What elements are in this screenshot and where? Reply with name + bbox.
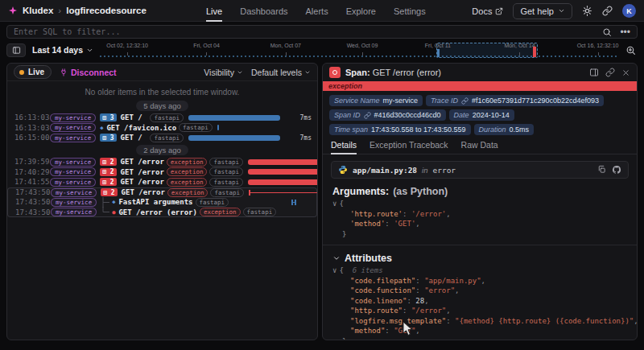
nav-tab-explore[interactable]: Explore	[346, 0, 376, 22]
detail-tabs: DetailsException TracebackRaw Data	[323, 138, 637, 154]
service-pill: my-service	[50, 158, 96, 167]
row-timestamp: 16:15:00	[14, 134, 50, 142]
span-children-badge[interactable]: ⊞ 2	[100, 168, 116, 176]
row-timestamp: 17:43:50	[15, 198, 51, 206]
github-icon[interactable]	[612, 165, 621, 175]
span-children-badge[interactable]: ⊞ 2	[100, 178, 116, 186]
code-value: "{method} {http.route} ({code.function})…	[455, 317, 634, 325]
list-item[interactable]: 17:43:50my-service⊞ 2GET /errorexception…	[7, 187, 317, 198]
sql-filter-input[interactable]	[14, 27, 594, 36]
span-error-icon	[329, 67, 341, 78]
list-item[interactable]: 17:43:50my-service●GET /error (error)exc…	[7, 208, 317, 218]
code-line: "http.route": "/error",	[332, 306, 627, 316]
collapse-chevron-icon[interactable]: ∨	[332, 199, 336, 209]
duration-bar-track	[188, 115, 285, 121]
meta-value: #f1c60e57391d771c290c0b22cd4ef093	[472, 97, 599, 105]
row-timestamp: 17:39:59	[14, 158, 50, 166]
tab-raw-data[interactable]: Raw Data	[461, 138, 498, 154]
code-value: '/error'	[411, 210, 446, 218]
nav-tab-alerts[interactable]: Alerts	[306, 0, 328, 22]
code-value: 28	[415, 297, 424, 305]
row-title: GET /favicon.ico	[106, 124, 176, 132]
get-help-button[interactable]: Get help	[513, 3, 572, 19]
sidebar-toggle-button[interactable]	[6, 43, 26, 57]
code-line: "code.filepath": "app/main.py",	[332, 276, 627, 286]
list-item[interactable]: 17:41:55my-service⊞ 2GET /errorexception…	[7, 177, 317, 187]
span-title: Span: GET /error (error)	[345, 68, 441, 77]
log-diamond-icon: ◆	[112, 199, 115, 205]
list-item[interactable]: 16:13:03my-service◆GET /favicon.icofasta…	[7, 123, 317, 134]
close-icon[interactable]	[621, 68, 630, 77]
timeline-tick-label: Oct 16, 12:32:10	[577, 43, 619, 48]
chevron-down-icon	[237, 69, 243, 76]
timeline[interactable]: Oct 02, 12:32:10Fri, Oct 04Mon, Oct 07We…	[100, 42, 617, 58]
row-timestamp: 17:43:50	[15, 208, 51, 216]
time-range-bar: Last 14 days Oct 02, 12:32:10Fri, Oct 04…	[6, 42, 638, 58]
span-children-badge[interactable]: ⊞ 2	[101, 188, 117, 196]
meta-pill-trace-id: Trace ID#f1c60e57391d771c290c0b22cd4ef09…	[426, 95, 604, 106]
duration-bar-track	[249, 190, 318, 196]
breadcrumb-org[interactable]: Kludex	[23, 6, 53, 15]
list-item[interactable]: 17:40:29my-service⊞ 2GET /errorexception…	[7, 167, 317, 177]
copy-icon[interactable]	[597, 165, 606, 174]
duration-bar-track	[248, 159, 318, 165]
span-children-badge[interactable]: ⊞ 2	[100, 158, 116, 166]
live-toggle-button[interactable]: Live	[14, 65, 52, 79]
time-range-dropdown[interactable]: Last 14 days	[32, 45, 93, 55]
meta-label: Date	[454, 111, 469, 119]
docs-link[interactable]: Docs	[472, 6, 503, 16]
timeline-tick-mark	[206, 52, 207, 56]
nav-tab-settings[interactable]: Settings	[394, 0, 426, 22]
nav-tab-dashboards[interactable]: Dashboards	[240, 0, 287, 22]
attributes-code: ∨{ 6 items"code.filepath": "app/main.py"…	[332, 266, 627, 340]
span-children-badge[interactable]: ⊞ 3	[100, 113, 116, 121]
share-link-button[interactable]	[602, 6, 613, 16]
code-location-bar: app/main.py:28 in error	[331, 161, 629, 179]
link-icon[interactable]	[605, 68, 615, 77]
attributes-heading[interactable]: Attributes	[332, 253, 627, 264]
list-item[interactable]: 16:13:03my-service⊞ 3GET /fastapi7ms	[7, 113, 317, 123]
link-icon[interactable]	[364, 112, 371, 119]
default-levels-dropdown[interactable]: Default levels	[251, 68, 311, 77]
visibility-dropdown[interactable]: Visibility	[204, 68, 243, 77]
tab-details[interactable]: Details	[331, 138, 357, 154]
list-item[interactable]: 16:15:00my-service⊞ 3GET /fastapi7ms	[7, 133, 317, 143]
nav-tab-live[interactable]: Live	[206, 0, 222, 22]
search-icon[interactable]	[602, 27, 612, 37]
disconnect-button[interactable]: Disconnect	[60, 68, 117, 77]
meta-pill-duration: Duration0.5ms	[474, 124, 535, 135]
duration-bar	[248, 159, 318, 165]
service-pill: my-service	[50, 123, 96, 132]
list-item[interactable]: 17:39:59my-service⊞ 2GET /errorexception…	[7, 157, 317, 167]
tag-pill-exception: exception	[167, 178, 208, 187]
more-options-icon[interactable]: •••	[620, 29, 630, 35]
span-metadata: Service Namemy-serviceTrace ID#f1c60e573…	[323, 91, 637, 138]
live-status-dot	[19, 70, 24, 75]
row-title: GET /error (error)	[118, 208, 197, 216]
link-icon[interactable]	[461, 97, 469, 105]
breadcrumb-project[interactable]: logfirecodesource	[66, 6, 147, 15]
list-item[interactable]: 17:43:50my-service◆FastAPI argumentsfast…	[7, 197, 317, 208]
zoom-to-selection-button[interactable]	[624, 43, 638, 57]
avatar[interactable]: K	[622, 4, 636, 18]
sql-filter-bar: •••	[6, 25, 638, 39]
duration-bar-track	[281, 209, 318, 215]
code-key: "code.function"	[350, 286, 415, 294]
tab-exception-traceback[interactable]: Exception Traceback	[369, 138, 448, 154]
items-count-note: 6 items	[344, 266, 383, 274]
dock-panel-icon[interactable]	[589, 68, 599, 77]
row-title: GET /error	[121, 168, 164, 176]
theme-toggle-button[interactable]	[582, 6, 592, 16]
row-duration: 7ms	[289, 134, 312, 142]
chevron-down-icon	[558, 7, 565, 14]
collapse-chevron-icon[interactable]: ∨	[332, 266, 336, 276]
code-line: }	[332, 336, 627, 341]
chevron-down-icon	[332, 254, 341, 262]
span-children-badge[interactable]: ⊞ 3	[100, 134, 116, 142]
timeline-tick-mark	[362, 52, 363, 56]
top-bar: Kludex › logfirecodesource LiveDashboard…	[0, 0, 644, 22]
code-location-file[interactable]: app/main.py:28	[353, 166, 417, 175]
timeline-tick-mark	[519, 52, 520, 56]
tag-pill-exception: exception	[167, 158, 208, 167]
chevron-down-icon	[304, 69, 311, 76]
